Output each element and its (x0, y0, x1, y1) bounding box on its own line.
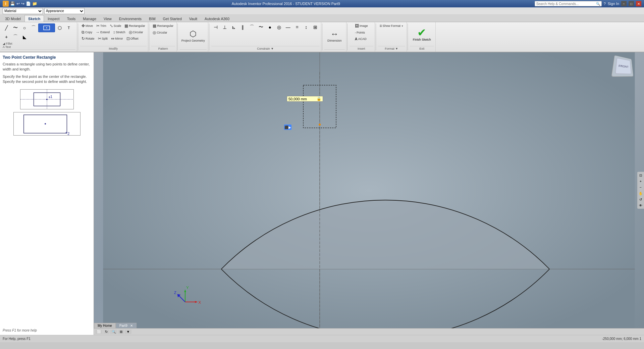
polygon-btn[interactable]: ⬡ (55, 23, 64, 32)
move-btn[interactable]: ✥Move (80, 23, 94, 29)
orbit-btn[interactable]: ↺ (638, 197, 643, 202)
constrain-para-btn[interactable]: ∥ (238, 23, 247, 32)
look-at-btn[interactable]: 👁 (638, 203, 643, 208)
constrain-tang-btn[interactable]: ⌒ (248, 23, 256, 32)
close-button[interactable]: ✕ (636, 1, 641, 6)
insert-group: 🖼Image ·Points AACAD Insert (348, 22, 375, 52)
mirror-btn[interactable]: ⇔Mirror (110, 36, 124, 42)
point-btn[interactable]: + (2, 33, 11, 41)
rectangular-pattern-btn[interactable]: ▦Rectangular (151, 23, 175, 29)
constrain-fix-btn[interactable]: ⊞ (311, 23, 320, 32)
two-point-center-rect-btn[interactable] (38, 23, 55, 32)
acad-btn[interactable]: AACAD (354, 36, 368, 42)
circular-btn[interactable]: ◎Circular (127, 29, 145, 35)
dimension-tooltip[interactable]: 🔒 (287, 96, 323, 102)
tab-environments[interactable]: Environments (115, 15, 145, 22)
tab-tools[interactable]: Tools (63, 15, 79, 22)
dimension-btn[interactable]: ↔ Dimension (326, 28, 343, 43)
quick-open[interactable]: 📁 (32, 1, 37, 6)
extend-btn[interactable]: →Extend (94, 29, 111, 35)
help-panel: Two Point Center Rectangle Creates a rec… (0, 52, 94, 335)
constrain-group-label[interactable]: Constrain ▼ (211, 46, 320, 51)
rotate-btn[interactable]: ↻Rotate (80, 36, 96, 42)
tab-bim[interactable]: BIM (145, 15, 159, 22)
zoom-view-btn[interactable]: 🔍 (110, 330, 117, 334)
material-dropdown[interactable]: Material (3, 8, 43, 14)
constrain-v-btn[interactable]: ⊥ (220, 23, 229, 32)
finish-sketch-btn[interactable]: ✔ Finish Sketch (410, 26, 434, 43)
pan-view-btn[interactable]: ⬜ (95, 330, 103, 334)
project-geometry-btn[interactable]: ⬡ Project Geometry (180, 28, 207, 43)
constrain-concen-btn[interactable]: ◎ (275, 23, 283, 32)
zoom-in-btn[interactable]: + (638, 179, 643, 184)
dimension-group-label (324, 49, 345, 51)
dim-arrow-btn[interactable]: ⬛▶ (284, 124, 291, 130)
svg-text:Y: Y (186, 285, 189, 290)
search-input[interactable] (536, 2, 596, 6)
stretch-btn[interactable]: ↕Stretch (112, 29, 127, 35)
trim-btn[interactable]: ✂Trim (95, 23, 108, 29)
format-group-label[interactable]: Format ▼ (378, 46, 405, 51)
spline-btn[interactable]: 〜 (11, 23, 20, 32)
constrain-collin-btn[interactable]: — (284, 23, 292, 32)
constrain-equal-btn[interactable]: = (293, 23, 302, 32)
offset-btn[interactable]: ⊡Offset (125, 36, 140, 42)
appearance-dropdown[interactable]: Appearance (44, 8, 85, 14)
minimize-button[interactable]: − (621, 1, 627, 6)
canvas-area[interactable]: X Y Z 🔒 ⬛▶ FRONT (94, 52, 644, 328)
tab-manage[interactable]: Manage (79, 15, 100, 22)
arc-btn[interactable]: ⌒ (29, 23, 38, 32)
rotate-view-btn[interactable]: ↻ (103, 330, 109, 334)
circular-pattern-btn[interactable]: ◎Circular (151, 30, 168, 36)
help-footer: Press F1 for more help (3, 329, 91, 332)
constrain-coin-btn[interactable]: ● (266, 23, 274, 32)
scale-btn[interactable]: ⤡Scale (108, 23, 123, 29)
tab-view[interactable]: View (100, 15, 115, 22)
maximize-button[interactable]: □ (629, 1, 634, 6)
points-btn[interactable]: ·Points (354, 30, 366, 36)
sign-in[interactable]: Sign In (608, 2, 619, 6)
svg-text:+: + (65, 130, 67, 134)
tab-inspect[interactable]: Inspect (44, 15, 63, 22)
constrain-perp-btn[interactable]: ⊾ (229, 23, 238, 32)
quick-redo[interactable]: ↪ (21, 1, 24, 6)
nav-dropdown-btn[interactable]: ▼ (125, 330, 131, 334)
pan-btn[interactable]: ✋ (638, 191, 643, 196)
part9-tab[interactable]: Part9 ✕ (116, 323, 137, 328)
constrain-sym-btn[interactable]: ↕ (302, 23, 311, 32)
window-zoom-btn[interactable]: ⊞ (118, 330, 124, 334)
tab-get-started[interactable]: Get Started (159, 15, 185, 22)
tab-autodesk-a360[interactable]: Autodesk A360 (201, 15, 233, 22)
text-btn[interactable]: T (64, 23, 73, 32)
quick-new[interactable]: 📄 (26, 1, 31, 6)
exit-group: ✔ Finish Sketch Exit (409, 22, 436, 52)
tab-close-icon[interactable]: ✕ (130, 324, 133, 328)
help-status: For Help, press F1 (3, 337, 31, 341)
fillet-btn[interactable]: ⌒ (11, 33, 20, 41)
quick-undo[interactable]: ↩ (16, 1, 20, 6)
show-format-btn[interactable]: ≡ Show Format ▼ (378, 23, 405, 29)
tab-3d-model[interactable]: 3D Model (1, 15, 24, 22)
zoom-extents-btn[interactable]: ⊡ (638, 172, 643, 178)
title-bar: I 💾 ↩ ↪ 📄 📁 Autodesk Inventor Profession… (0, 0, 644, 7)
dimension-input[interactable] (288, 97, 315, 101)
my-home-tab[interactable]: My Home (94, 323, 116, 328)
chamfer-btn[interactable]: ◣ (20, 33, 29, 41)
split-btn[interactable]: ✂Split (97, 36, 109, 42)
rectangular-btn[interactable]: ▦Rectangular (123, 23, 147, 29)
search-icon: 🔍 (596, 2, 600, 6)
quick-save[interactable]: 💾 (10, 1, 15, 6)
draw-group: ╱ 〜 ○ ⌒ ⬡ T + ⌒ ◣ ◢ Fillet A Text (0, 22, 77, 52)
tab-vault[interactable]: Vault (185, 15, 201, 22)
line-btn[interactable]: ╱ (2, 23, 11, 32)
copy-btn[interactable]: ⧉Copy (80, 29, 94, 35)
tab-sketch[interactable]: Sketch (24, 15, 44, 22)
zoom-out-btn[interactable]: − (638, 185, 643, 190)
image-btn[interactable]: 🖼Image (354, 23, 369, 29)
constrain-h-btn[interactable]: ⊣ (211, 23, 220, 32)
help-icon[interactable]: ? (604, 2, 606, 6)
search-bar[interactable]: 🔍 (535, 1, 602, 6)
viewport[interactable]: X Y Z 🔒 ⬛▶ FRONT (94, 52, 644, 335)
circle-btn[interactable]: ○ (20, 23, 29, 32)
constrain-smooth-btn[interactable]: 〜 (257, 23, 265, 32)
